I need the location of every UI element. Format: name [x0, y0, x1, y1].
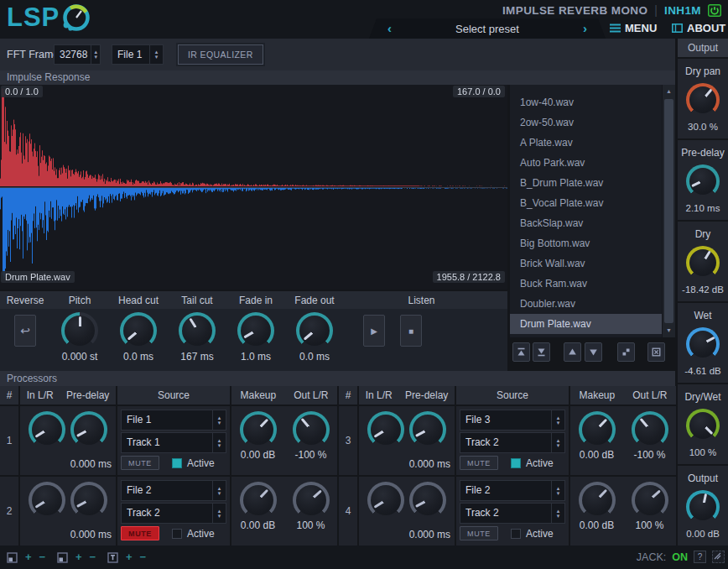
- time-scale-icon[interactable]: [107, 552, 118, 563]
- in-lr-knob[interactable]: [367, 411, 404, 448]
- spinner-arrows-icon[interactable]: ▴▾: [212, 433, 226, 452]
- ir-equalizer-button[interactable]: IR EQUALIZER: [178, 44, 263, 65]
- preset-label[interactable]: Select preset: [455, 23, 519, 35]
- file-list-item[interactable]: B_Drum Plate.wav: [510, 173, 662, 193]
- mute-button[interactable]: MUTE: [121, 526, 159, 540]
- fft-frame-spinbox[interactable]: 32768 ▴▾: [54, 44, 101, 65]
- tail-cut-knob[interactable]: [179, 312, 216, 349]
- wet-knob[interactable]: [686, 327, 720, 361]
- spinner-arrows-icon[interactable]: ▴▾: [551, 504, 564, 523]
- move-first-button[interactable]: [512, 342, 530, 362]
- zoom-out-button[interactable]: −: [140, 551, 147, 564]
- in-lr-knob[interactable]: [29, 411, 65, 448]
- output-gain-knob[interactable]: [686, 490, 720, 524]
- active-checkbox[interactable]: [511, 458, 521, 468]
- pre-delay-knob[interactable]: [409, 482, 446, 519]
- active-checkbox[interactable]: [511, 529, 521, 539]
- pre-delay-knob[interactable]: [70, 482, 107, 519]
- scroll-down-icon[interactable]: ▼: [663, 325, 675, 337]
- mute-button[interactable]: MUTE: [121, 456, 159, 470]
- preset-next-icon[interactable]: ›: [583, 19, 587, 38]
- fit-graph-icon[interactable]: [57, 552, 68, 563]
- reverse-button[interactable]: ↩: [14, 315, 36, 347]
- file-list-item[interactable]: 1ow-40.wav: [510, 92, 662, 112]
- zoom-in-button[interactable]: +: [126, 551, 133, 564]
- mute-button[interactable]: MUTE: [460, 456, 498, 470]
- file-select[interactable]: File 2 ▴▾: [460, 480, 565, 501]
- fade-out-knob[interactable]: [296, 312, 333, 349]
- file-selector[interactable]: File 1 ▴▾: [112, 44, 164, 65]
- out-lr-knob[interactable]: [293, 482, 330, 519]
- dry-wet-knob[interactable]: [686, 409, 720, 442]
- scrollbar-thumb[interactable]: [664, 99, 673, 323]
- file-list-item[interactable]: Doubler.wav: [510, 294, 662, 314]
- pitch-header: Pitch: [50, 295, 109, 306]
- play-button[interactable]: ▶: [363, 315, 385, 347]
- makeup-knob[interactable]: [579, 411, 616, 448]
- move-down-button[interactable]: [585, 342, 602, 362]
- pre-delay-knob[interactable]: [70, 411, 107, 448]
- zoom-out-button[interactable]: −: [90, 551, 96, 564]
- about-button[interactable]: ABOUT: [672, 18, 725, 38]
- file-list-scrollbar[interactable]: ▲ ▼: [662, 85, 675, 337]
- power-icon[interactable]: [708, 4, 721, 17]
- help-icon[interactable]: ?: [694, 551, 706, 563]
- spinner-arrows-icon[interactable]: ▴▾: [91, 45, 100, 64]
- makeup-knob[interactable]: [579, 482, 616, 519]
- file-list-item[interactable]: BackSlap.wav: [510, 213, 662, 233]
- zoom-in-button[interactable]: +: [25, 551, 32, 564]
- active-checkbox[interactable]: [172, 529, 182, 539]
- move-up-button[interactable]: [564, 342, 581, 362]
- dry-knob[interactable]: [686, 246, 720, 279]
- track-select[interactable]: Track 2 ▴▾: [460, 503, 565, 524]
- spinner-arrows-icon[interactable]: ▴▾: [149, 45, 163, 64]
- pre-delay-knob[interactable]: [409, 411, 446, 448]
- file-select[interactable]: File 1 ▴▾: [121, 410, 226, 431]
- track-select[interactable]: Track 2 ▴▾: [460, 432, 565, 453]
- clear-button[interactable]: [647, 342, 665, 362]
- track-select[interactable]: Track 1 ▴▾: [121, 432, 226, 453]
- scroll-up-icon[interactable]: ▲: [663, 86, 675, 97]
- active-checkbox[interactable]: [172, 458, 182, 468]
- file-list-item[interactable]: Buck Ram.wav: [510, 274, 662, 294]
- fade-in-knob[interactable]: [237, 312, 274, 349]
- mute-button[interactable]: MUTE: [460, 526, 498, 540]
- zoom-out-button[interactable]: −: [39, 551, 46, 564]
- out-lr-knob[interactable]: [293, 411, 330, 448]
- zoom-in-button[interactable]: +: [75, 551, 82, 564]
- makeup-knob[interactable]: [240, 482, 277, 519]
- in-lr-knob[interactable]: [367, 482, 404, 519]
- spinner-arrows-icon[interactable]: ▴▾: [551, 410, 564, 430]
- file-select[interactable]: File 3 ▴▾: [460, 410, 565, 431]
- resize-icon[interactable]: [712, 551, 725, 563]
- spinner-arrows-icon[interactable]: ▴▾: [212, 410, 226, 430]
- file-list-item[interactable]: Drum Plate.wav: [510, 314, 662, 334]
- file-list-item[interactable]: Auto Park.wav: [510, 153, 662, 173]
- file-list-item[interactable]: 2ow-50.wav: [510, 112, 662, 133]
- preset-selector[interactable]: ‹ Select preset ›: [369, 18, 606, 39]
- head-cut-knob[interactable]: [120, 312, 157, 349]
- out-lr-knob[interactable]: [632, 482, 668, 519]
- file-list-item[interactable]: Big Bottom.wav: [510, 233, 662, 253]
- dry-pan-knob[interactable]: [686, 83, 720, 117]
- preset-prev-icon[interactable]: ‹: [387, 19, 392, 38]
- menu-button[interactable]: MENU: [610, 18, 657, 38]
- file-select[interactable]: File 2 ▴▾: [121, 480, 226, 501]
- spinner-arrows-icon[interactable]: ▴▾: [551, 481, 564, 500]
- spinner-arrows-icon[interactable]: ▴▾: [212, 504, 226, 523]
- makeup-knob[interactable]: [240, 411, 277, 448]
- spinner-arrows-icon[interactable]: ▴▾: [551, 433, 564, 452]
- pre-delay-knob[interactable]: [686, 164, 720, 198]
- out-lr-knob[interactable]: [632, 411, 668, 448]
- fit-graph-icon[interactable]: [7, 552, 18, 563]
- file-list-item[interactable]: B_Vocal Plate.wav: [510, 193, 662, 213]
- stop-button[interactable]: ■: [400, 315, 422, 347]
- move-last-button[interactable]: [533, 342, 550, 362]
- spinner-arrows-icon[interactable]: ▴▾: [212, 481, 226, 500]
- in-lr-knob[interactable]: [29, 482, 65, 519]
- shuffle-button[interactable]: [617, 342, 635, 362]
- track-select[interactable]: Track 2 ▴▾: [121, 503, 226, 524]
- file-list-item[interactable]: A Plate.wav: [510, 133, 662, 153]
- pitch-knob[interactable]: [61, 312, 98, 349]
- file-list-item[interactable]: Brick Wall.wav: [510, 253, 662, 274]
